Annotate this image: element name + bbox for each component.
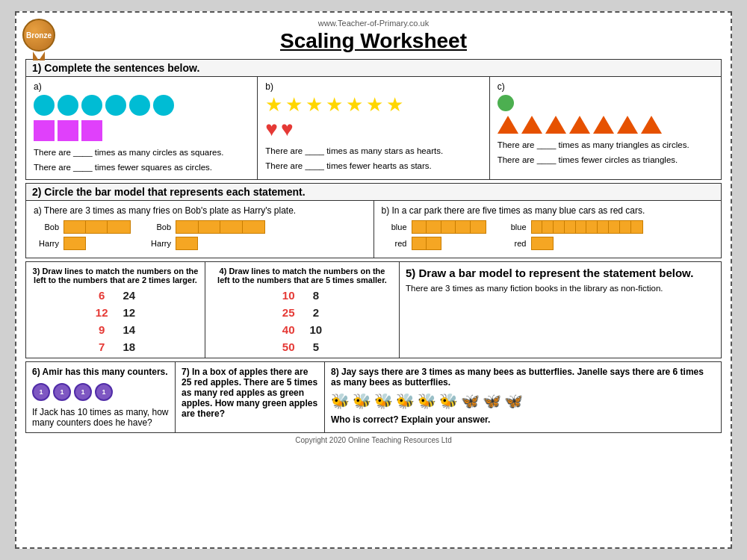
q4-table: 10 25 40 50 8 2 10 5 xyxy=(211,289,393,353)
q1c-text1: There are ____ times as many triangles a… xyxy=(498,138,713,153)
seg xyxy=(412,237,427,249)
seg xyxy=(243,221,265,233)
bee-6: 🐝 xyxy=(439,392,458,410)
q2-right: b) In a car park there are five times as… xyxy=(374,201,722,258)
q2b-blue-bar1 xyxy=(412,220,486,234)
q1b-label: b) xyxy=(265,81,481,92)
q2a-option1: Bob Harry xyxy=(34,220,131,250)
bee-4: 🐝 xyxy=(396,392,415,410)
seg xyxy=(220,221,243,233)
seg xyxy=(108,221,130,233)
q2a-bob-bar2 xyxy=(176,220,265,234)
tri-7 xyxy=(641,116,662,134)
q2b-blue-label1: blue xyxy=(382,223,407,231)
star-6: ★ xyxy=(366,95,383,114)
badge-ribbon xyxy=(33,52,45,60)
seg xyxy=(64,221,86,233)
q1b-text2: There are ____ times fewer hearts as sta… xyxy=(265,159,481,174)
q4-right-col: 8 2 10 5 xyxy=(310,289,323,353)
q3-left-2: 12 xyxy=(96,306,108,319)
butterfly-1: 🦋 xyxy=(461,392,480,410)
green-circle xyxy=(498,95,514,111)
seg xyxy=(631,221,642,233)
q2a-bob-label1: Bob xyxy=(34,223,59,231)
q678-body: 6) Amir has this many counters. 1 1 1 1 … xyxy=(26,362,721,432)
bronze-badge: Bronze xyxy=(22,19,55,56)
q6-counters: 1 1 1 1 xyxy=(32,383,169,401)
seg xyxy=(199,221,221,233)
q2a-o1-harry: Harry xyxy=(34,237,131,250)
q1a-text: There are ____ times as many circles as … xyxy=(34,146,249,175)
q4-left-3: 40 xyxy=(282,323,295,336)
counter-3: 1 xyxy=(74,383,92,401)
square-2 xyxy=(58,120,78,141)
q4-right-2: 2 xyxy=(313,306,319,319)
seg xyxy=(586,221,598,233)
q3-box: 3) Draw lines to match the numbers on th… xyxy=(26,262,205,358)
q2b-statement: In a car park there are five times as ma… xyxy=(392,205,645,216)
q4-left-col: 10 25 40 50 xyxy=(282,289,295,353)
q2a-harry-label1: Harry xyxy=(34,239,59,248)
q2a-harry-bar1 xyxy=(63,237,86,250)
q2a-bob-bar1 xyxy=(63,220,131,234)
q2a-o2-bob: Bob xyxy=(146,220,265,234)
seg xyxy=(427,221,441,233)
heart-1: ♥ xyxy=(265,119,278,140)
q6-box: 6) Amir has this many counters. 1 1 1 1 … xyxy=(26,362,176,432)
seg xyxy=(609,221,620,233)
seg xyxy=(598,221,609,233)
q4-right-3: 10 xyxy=(310,323,323,336)
q2-left: a) There are 3 times as many fries on Bo… xyxy=(26,201,374,258)
q2b-option1: blue red xyxy=(382,220,486,250)
page: Bronze www.Teacher-of-Primary.co.uk Scal… xyxy=(15,11,732,549)
q3-right-col: 24 12 14 18 xyxy=(123,289,136,353)
q2b-red-label2: red xyxy=(501,239,527,248)
q2a-o1-bob: Bob xyxy=(34,220,131,234)
circle-1 xyxy=(34,95,55,116)
q3-table: 6 12 9 7 24 12 14 18 xyxy=(32,289,199,353)
bee-1: 🐝 xyxy=(331,392,350,410)
tri-4 xyxy=(569,116,590,134)
q2a-bob-label2: Bob xyxy=(146,223,171,231)
q2b-o2-blue: blue xyxy=(501,220,643,234)
q2b-blue-bar2 xyxy=(531,220,643,234)
q4-right-4: 5 xyxy=(313,340,319,353)
site-url: www.Teacher-of-Primary.co.uk xyxy=(25,19,722,28)
seg xyxy=(176,221,199,233)
q4-left-2: 25 xyxy=(282,306,295,319)
q1c-label: c) xyxy=(498,81,713,92)
star-3: ★ xyxy=(306,95,323,114)
q3-left-1: 6 xyxy=(99,289,105,302)
seg xyxy=(412,221,427,233)
q2b-red-bar2 xyxy=(531,237,554,250)
star-5: ★ xyxy=(346,95,363,114)
q8-footer: Who is correct? Explain your answer. xyxy=(331,414,715,425)
seg xyxy=(427,237,441,249)
badge-circle: Bronze xyxy=(22,19,55,52)
q5-box: 5) Draw a bar model to represent the sta… xyxy=(400,262,721,358)
q1b-text: There are ____ times as many stars as he… xyxy=(265,144,481,173)
circle-4 xyxy=(105,95,126,116)
q1b-text1: There are ____ times as many stars as he… xyxy=(265,144,481,159)
tri-6 xyxy=(617,116,638,134)
q1-col-c: c) There are ____ times as many triangle… xyxy=(490,77,721,179)
square-1 xyxy=(34,120,55,141)
q1b-hearts: ♥ ♥ xyxy=(265,119,481,140)
q1a-text1: There are ____ times as many circles as … xyxy=(34,146,249,161)
seg xyxy=(471,221,486,233)
seg xyxy=(620,221,631,233)
q7-text: 7) In a box of apples there are 25 red a… xyxy=(182,367,318,419)
q1c-text: There are ____ times as many triangles a… xyxy=(498,138,713,167)
star-2: ★ xyxy=(285,95,303,114)
section-q345: 3) Draw lines to match the numbers on th… xyxy=(25,261,722,358)
q2b-bars: blue red xyxy=(382,220,714,250)
seg xyxy=(576,221,587,233)
q2a-harry-bar2 xyxy=(176,237,198,250)
q5-header: 5) Draw a bar model to represent the sta… xyxy=(406,267,715,279)
q1-header: 1) Complete the sentences below. xyxy=(26,60,721,77)
q3-right-1: 24 xyxy=(123,289,136,302)
square-3 xyxy=(81,120,102,141)
q7-box: 7) In a box of apples there are 25 red a… xyxy=(176,362,325,432)
q3-header: 3) Draw lines to match the numbers on th… xyxy=(32,267,199,284)
q2b-red-label1: red xyxy=(382,239,407,248)
